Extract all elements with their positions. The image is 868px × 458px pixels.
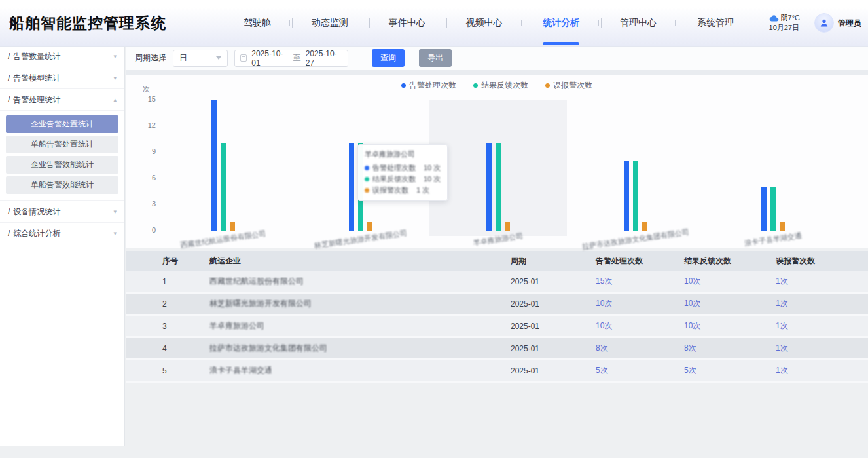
nav-item-video-center[interactable]: 视频中心 <box>465 0 502 46</box>
cell-company: 浪卡子县羊湖交通 <box>209 365 511 376</box>
chart-bar-告警处理次数[interactable] <box>486 143 492 231</box>
sidebar-section-alarm-model-stats[interactable]: /告警模型统计▾ <box>0 67 124 89</box>
chevron-down-icon: ▾ <box>113 208 117 215</box>
nav-item-management-center[interactable]: 管理中心 <box>620 0 657 46</box>
active-tab-underline <box>543 42 579 45</box>
cell-false-alarm-count[interactable]: 1次 <box>776 365 868 376</box>
legend-item-结果反馈次数[interactable]: 结果反馈次数 <box>473 80 528 91</box>
avatar[interactable] <box>814 13 834 33</box>
column-header: 误报警次数 <box>776 256 868 267</box>
sidebar-section-label: 综合统计分析 <box>13 228 60 239</box>
tooltip-title: 羊卓雍旅游公司 <box>365 149 441 159</box>
nav-item-label: 动态监测 <box>312 17 348 29</box>
table-row: 3羊卓雍旅游公司2025-0110次10次1次 <box>126 316 868 338</box>
y-axis-tick: 6 <box>126 174 156 181</box>
sidebar-subitem-ship-alarm-efficiency[interactable]: 单船告警效能统计 <box>6 176 118 194</box>
legend-item-误报警次数[interactable]: 误报警次数 <box>545 80 592 91</box>
weather-widget: 阴7°C 10月27日 <box>769 13 800 33</box>
app-title: 船舶智能监控管理系统 <box>9 13 166 33</box>
chart-bar-结果反馈次数[interactable] <box>633 161 638 231</box>
calendar-icon <box>240 54 247 62</box>
cell-company: 羊卓雍旅游公司 <box>209 320 511 332</box>
chart-bar-误报警次数[interactable] <box>642 222 647 231</box>
user-menu[interactable]: 管理员 <box>814 13 861 33</box>
legend-dot <box>473 83 478 88</box>
date-range-picker[interactable]: 2025-10-01 至 2025-10-27 <box>234 50 348 67</box>
chevron-down-icon: ▾ <box>113 230 117 237</box>
legend-dot <box>545 83 550 88</box>
cell-handled-count[interactable]: 10次 <box>596 298 684 309</box>
cell-false-alarm-count[interactable]: 1次 <box>776 298 868 309</box>
chart-legend: 告警处理次数结果反馈次数误报警次数 <box>126 80 868 91</box>
table-row: 5浪卡子县羊湖交通2025-015次5次1次 <box>126 360 868 383</box>
chart-bar-告警处理次数[interactable] <box>349 143 354 231</box>
column-header: 周期 <box>511 256 596 267</box>
legend-label: 告警处理次数 <box>409 80 456 91</box>
nav-item-cockpit[interactable]: 驾驶舱 <box>244 0 271 46</box>
chart-bar-告警处理次数[interactable] <box>211 100 217 231</box>
chevron-down-icon <box>216 56 221 60</box>
nav-item-system-management[interactable]: 系统管理 <box>697 0 734 46</box>
sidebar-subitem-ship-alarm-disposal[interactable]: 单船告警处置统计 <box>6 136 118 153</box>
legend-item-告警处理次数[interactable]: 告警处理次数 <box>401 80 456 91</box>
cell-period: 2025-01 <box>511 322 596 331</box>
app-header: 船舶智能监控管理系统 驾驶舱动态监测事件中心视频中心统计分析管理中心系统管理 阴… <box>0 0 868 46</box>
section-prefix: / <box>8 95 10 104</box>
cell-feedback-count[interactable]: 8次 <box>684 343 776 354</box>
sidebar-section-alarm-count-stats[interactable]: /告警数量统计▾ <box>0 46 124 67</box>
cell-handled-count[interactable]: 15次 <box>596 276 684 287</box>
cell-feedback-count[interactable]: 10次 <box>684 298 776 309</box>
chart-bar-结果反馈次数[interactable] <box>770 187 776 231</box>
cell-company: 西藏世纪航运股份有限公司 <box>209 276 511 287</box>
chart-bar-误报警次数[interactable] <box>780 222 785 231</box>
sidebar: /告警数量统计▾/告警模型统计▾/告警处理统计▴企业告警处置统计单船告警处置统计… <box>0 46 125 446</box>
cell-feedback-count[interactable]: 10次 <box>684 276 776 287</box>
nav-separator <box>598 18 602 28</box>
y-axis-tick: 0 <box>126 226 156 234</box>
chart-bar-误报警次数[interactable] <box>505 222 510 231</box>
sidebar-section-device-status-stats[interactable]: /设备情况统计▾ <box>0 201 124 223</box>
cell-false-alarm-count[interactable]: 1次 <box>776 276 868 287</box>
chart-bar-结果反馈次数[interactable] <box>496 143 501 231</box>
export-button[interactable]: 导出 <box>419 49 452 67</box>
cell-false-alarm-count[interactable]: 1次 <box>776 343 868 354</box>
cell-false-alarm-count[interactable]: 1次 <box>776 320 868 332</box>
cell-company: 林芝新曙光旅游开发有限公司 <box>209 298 511 309</box>
tooltip-row: 结果反馈次数10 次 <box>365 174 441 185</box>
period-select[interactable]: 日 <box>173 50 228 67</box>
tooltip-row: 告警处理次数10 次 <box>365 162 441 174</box>
section-prefix: / <box>8 229 10 238</box>
chart-bar-告警处理次数[interactable] <box>624 161 629 231</box>
chart-bar-结果反馈次数[interactable] <box>221 143 226 231</box>
sidebar-section-alarm-handling-stats[interactable]: /告警处理统计▴ <box>0 89 124 111</box>
chart-bar-告警处理次数[interactable] <box>761 187 767 231</box>
y-axis-tick: 3 <box>126 200 156 208</box>
nav-item-dynamic-monitoring[interactable]: 动态监测 <box>312 0 348 46</box>
nav-item-label: 视频中心 <box>465 17 502 29</box>
cell-handled-count[interactable]: 10次 <box>596 320 684 332</box>
table-body: 1西藏世纪航运股份有限公司2025-0115次10次1次2林芝新曙光旅游开发有限… <box>126 271 868 383</box>
person-icon <box>819 18 829 28</box>
sidebar-section-comprehensive-stats[interactable]: /综合统计分析▾ <box>0 223 124 244</box>
sidebar-subitem-enterprise-alarm-efficiency[interactable]: 企业告警效能统计 <box>6 156 118 174</box>
column-header: 结果反馈次数 <box>684 256 776 267</box>
query-button[interactable]: 查询 <box>372 49 405 67</box>
chevron-up-icon: ▴ <box>113 96 117 103</box>
filter-bar: 周期选择 日 2025-10-01 至 2025-10-27 查询 导出 <box>126 46 868 75</box>
nav-item-event-center[interactable]: 事件中心 <box>389 0 425 46</box>
cell-handled-count[interactable]: 8次 <box>596 343 684 354</box>
chart-bar-误报警次数[interactable] <box>367 222 372 231</box>
date-range-separator: 至 <box>293 52 301 64</box>
chevron-down-icon: ▾ <box>113 53 117 60</box>
tooltip-dot <box>365 188 369 193</box>
chart-bar-误报警次数[interactable] <box>230 222 235 231</box>
cell-feedback-count[interactable]: 5次 <box>684 365 776 376</box>
nav-separator <box>367 18 370 28</box>
y-axis-tick: 9 <box>126 147 156 155</box>
table-row: 1西藏世纪航运股份有限公司2025-0115次10次1次 <box>126 271 868 294</box>
cell-feedback-count[interactable]: 10次 <box>684 320 776 332</box>
nav-item-statistics-analysis[interactable]: 统计分析 <box>543 0 579 46</box>
cell-handled-count[interactable]: 5次 <box>596 365 684 376</box>
nav-item-label: 系统管理 <box>697 17 734 29</box>
sidebar-subitem-enterprise-alarm-disposal[interactable]: 企业告警处置统计 <box>6 115 118 133</box>
